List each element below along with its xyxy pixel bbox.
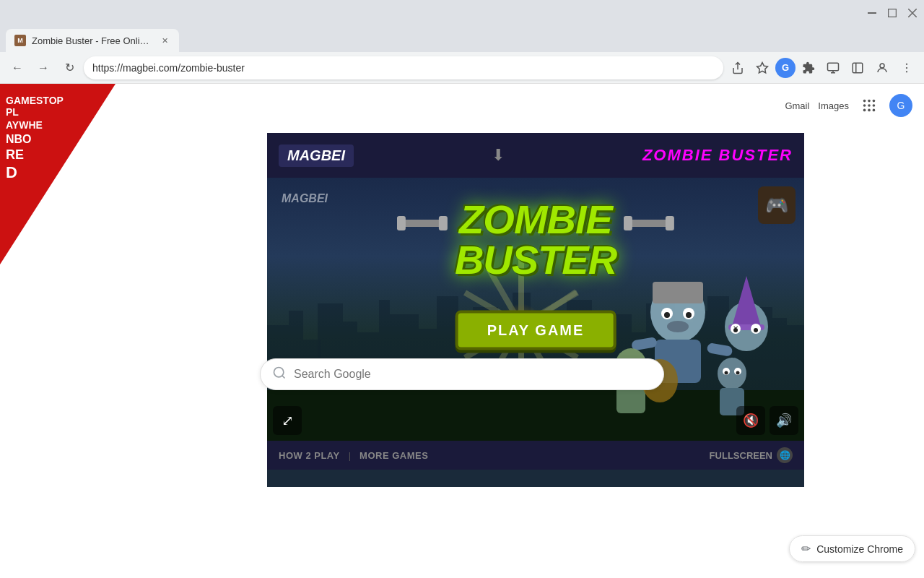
game-main-area: MAGBEI 🎮 [267,178,804,441]
svg-rect-62 [401,220,444,227]
active-tab[interactable]: M Zombie Buster - Free Online Games at M… [6,29,179,52]
tab-title: Zombie Buster - Free Online Games at Mag… [32,35,153,46]
svg-rect-0 [868,12,876,14]
how-to-play-link[interactable]: HOW 2 PLAY [279,450,340,461]
gmail-link[interactable]: Gmail [785,100,809,111]
search-icon [272,366,287,384]
mute-button[interactable]: 🔇 [736,406,765,435]
svg-line-100 [282,375,285,378]
svg-point-92 [718,358,746,389]
search-input[interactable] [294,368,652,381]
new-tab-page: Gmail Images G MAGBEI ⬇ ZOMBIE BUSTER MA… [0,84,924,578]
svg-rect-1 [889,9,897,17]
game-logo: ZOMBIE BUSTER [455,199,616,280]
svg-text:✕: ✕ [733,324,738,332]
title-bar-controls [866,7,918,19]
game-arrow-icon: ⬇ [492,146,505,165]
images-link[interactable]: Images [818,100,849,111]
expand-button[interactable]: ⤢ [273,406,302,435]
sound-icons: 🔇 🔊 [736,406,798,435]
svg-point-20 [873,109,876,112]
maximize-button[interactable] [886,7,898,19]
refresh-button[interactable]: ↻ [58,56,81,79]
svg-marker-4 [757,62,768,72]
tab-close-button[interactable]: ✕ [159,35,170,46]
svg-rect-77 [707,342,733,357]
svg-point-72 [664,312,670,318]
footer-links: HOW 2 PLAY | MORE GAMES [279,450,428,461]
content-area: Gmail Images G MAGBEI ⬇ ZOMBIE BUSTER MA… [0,84,924,578]
svg-text:NBO: NBO [6,133,32,145]
volume-button[interactable]: 🔊 [770,406,798,435]
game-frame: MAGBEI ⬇ ZOMBIE BUSTER MAGBEI 🎮 [267,133,804,487]
svg-rect-64 [439,216,448,230]
svg-rect-63 [397,216,406,230]
back-button[interactable]: ← [6,56,29,79]
svg-point-17 [873,104,876,107]
fullscreen-label: FULLSCREEN [710,450,772,461]
tab-bar: M Zombie Buster - Free Online Games at M… [0,26,924,52]
minimize-button[interactable] [866,7,878,19]
gamepad-icon[interactable]: 🎮 [758,186,796,224]
game-container: MAGBEI ⬇ ZOMBIE BUSTER MAGBEI 🎮 [267,133,804,487]
svg-rect-65 [627,220,671,227]
footer-separator: | [349,450,351,461]
fullscreen-globe-icon: 🌐 [777,447,793,463]
svg-point-8 [880,64,884,68]
search-area [260,358,664,390]
svg-point-19 [868,109,871,112]
svg-point-14 [873,100,876,103]
play-game-button[interactable]: PLAY GAME [456,311,616,350]
tab-favicon: M [14,35,26,46]
game-title: ZOMBIE BUSTER [642,146,793,165]
profile-avatar[interactable]: G [775,58,796,78]
svg-rect-5 [828,63,839,71]
svg-rect-66 [624,216,632,230]
svg-point-73 [686,312,692,318]
svg-point-18 [863,109,866,112]
svg-point-84 [754,328,758,332]
profile-button[interactable] [871,56,894,79]
browser-toolbar: ← → ↻ G [0,52,924,84]
svg-rect-67 [666,216,674,230]
svg-point-15 [863,104,866,107]
toolbar-icons: G [726,56,918,79]
svg-point-95 [725,371,728,375]
google-header: Gmail Images G [0,84,924,127]
svg-point-96 [736,371,740,375]
forward-button[interactable]: → [32,56,55,79]
more-games-link[interactable]: MORE GAMES [359,450,428,461]
fullscreen-button[interactable]: FULLSCREEN 🌐 [710,447,793,463]
google-profile-button[interactable]: G [889,94,912,117]
game-watermark: MAGBEI [282,192,328,205]
search-box [260,358,664,390]
svg-point-9 [906,63,907,64]
media-router-button[interactable] [821,56,845,79]
svg-point-74 [667,321,689,332]
share-button[interactable] [726,56,749,79]
svg-text:D: D [6,163,17,181]
svg-point-16 [868,104,871,107]
extensions-button[interactable] [797,56,820,79]
title-bar [0,0,924,26]
svg-text:RE: RE [6,147,24,162]
svg-point-11 [906,71,907,72]
close-button[interactable] [907,7,918,19]
address-bar[interactable] [84,56,723,79]
game-footer: HOW 2 PLAY | MORE GAMES FULLSCREEN 🌐 [267,441,804,470]
chrome-menu-button[interactable] [895,56,918,79]
svg-point-10 [906,66,907,68]
svg-point-13 [868,100,871,103]
svg-rect-69 [653,282,703,303]
google-apps-button[interactable] [858,94,881,117]
sidebar-button[interactable] [846,56,869,79]
customize-chrome-label: Customize Chrome [816,543,903,555]
svg-rect-6 [853,63,863,73]
svg-marker-79 [732,276,761,327]
svg-point-12 [863,100,866,103]
zombie-characters: ✕ [591,254,793,420]
customize-chrome-button[interactable]: ✏ Customize Chrome [789,535,915,562]
customize-pencil-icon: ✏ [801,542,811,556]
bookmark-button[interactable] [751,56,774,79]
game-header: MAGBEI ⬇ ZOMBIE BUSTER [267,133,804,178]
